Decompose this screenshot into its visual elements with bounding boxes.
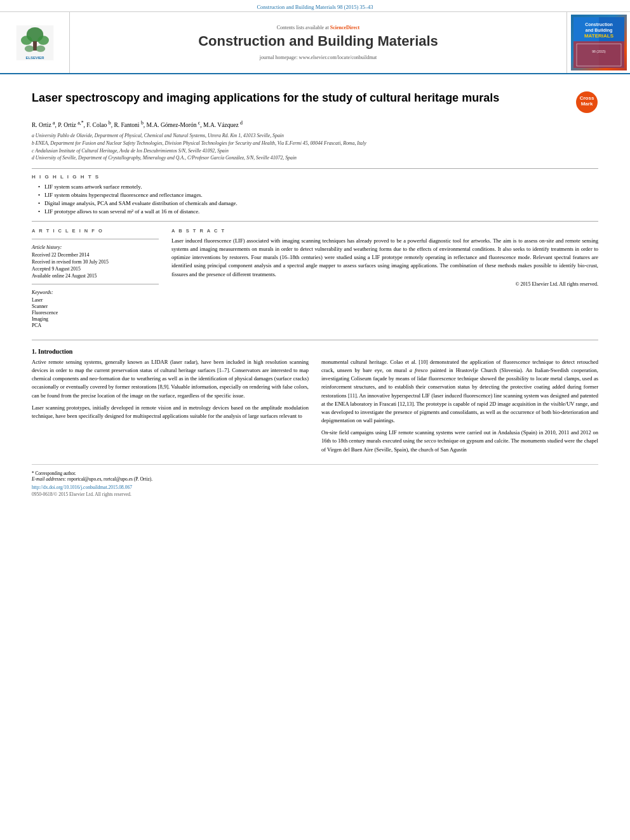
svg-point-3 — [37, 36, 49, 45]
svg-text:Construction: Construction — [585, 22, 613, 27]
elsevier-tree-icon: ELSEVIER — [16, 25, 54, 60]
revised-date: Received in revised form 30 July 2015 — [32, 259, 159, 265]
article-history-label: Article history: — [32, 244, 159, 250]
body-section: 1. Introduction Active remote sensing sy… — [32, 348, 598, 458]
divider-3 — [32, 239, 159, 239]
intro-para-2: Laser scanning prototypes, initially dev… — [32, 404, 309, 420]
highlights-section: H I G H L I G H T S LIF system scans art… — [32, 174, 598, 215]
email-values: roportcal@upo.es, rortcal@upo.es (P. Ort… — [67, 476, 152, 482]
article-info-section: A R T I C L E I N F O Article history: R… — [32, 228, 159, 328]
svg-text:MATERIALS: MATERIALS — [584, 33, 613, 39]
journal-top-bar: Construction and Building Materials 98 (… — [0, 0, 630, 12]
svg-text:Mark: Mark — [581, 101, 593, 107]
journal-header-center: Contents lists available at ScienceDirec… — [70, 12, 566, 73]
divider-5 — [32, 340, 598, 340]
abstract-section: A B S T R A C T Laser induced fluorescen… — [171, 228, 598, 287]
sciencedirect-label: Contents lists available at ScienceDirec… — [277, 25, 359, 30]
doi-link[interactable]: http://dx.doi.org/10.1016/j.conbuildmat.… — [32, 484, 598, 490]
keyword-3: Fluorescence — [32, 310, 159, 316]
highlights-label: H I G H L I G H T S — [32, 174, 598, 180]
highlight-item-3: Digital image analysis, PCA and SAM eval… — [38, 200, 598, 206]
journal-citation: Construction and Building Materials 98 (… — [257, 4, 373, 10]
divider-1 — [32, 168, 598, 169]
intro-title: 1. Introduction — [32, 348, 598, 355]
svg-point-5 — [24, 45, 34, 51]
svg-text:ELSEVIER: ELSEVIER — [25, 55, 44, 59]
journal-cover-box-section: Construction and Building MATERIALS 98 (… — [566, 12, 630, 73]
keyword-2: Scanner — [32, 303, 159, 309]
body-columns: Active remote sensing systems, generally… — [32, 358, 598, 458]
journal-header: ELSEVIER Contents lists available at Sci… — [0, 12, 630, 74]
journal-homepage: journal homepage: www.elsevier.com/locat… — [260, 55, 377, 60]
highlight-item-2: LIF system obtains hyperspectral fluores… — [38, 192, 598, 198]
article-info-title: A R T I C L E I N F O — [32, 228, 159, 234]
info-abstract-cols: A R T I C L E I N F O Article history: R… — [32, 228, 598, 335]
abstract-copyright: © 2015 Elsevier Ltd. All rights reserved… — [171, 281, 598, 287]
divider-4 — [32, 284, 159, 284]
email-label: E-mail addresses: — [32, 476, 66, 482]
highlights-list: LIF system scans artwork surface remotel… — [38, 183, 598, 215]
sciencedirect-link[interactable]: ScienceDirect — [330, 25, 360, 30]
svg-text:Cross: Cross — [580, 95, 594, 101]
footer-section: * Corresponding author. E-mail addresses… — [32, 464, 598, 497]
received-date: Received 22 December 2014 — [32, 252, 159, 258]
highlight-item-1: LIF system scans artwork surface remotel… — [38, 183, 598, 190]
svg-rect-13 — [573, 41, 624, 68]
elsevier-logo: ELSEVIER — [16, 25, 54, 60]
abstract-title: A B S T R A C T — [171, 228, 598, 234]
available-date: Available online 24 August 2015 — [32, 273, 159, 279]
main-content: Laser spectroscopy and imaging applicati… — [0, 74, 630, 505]
highlight-item-4: LIF prototype allows to scan several m² … — [38, 208, 598, 215]
body-col-right: monumental cultural heritage. Colao et a… — [321, 358, 598, 458]
affiliation-a: a University Pablo de Olavide, Departmen… — [32, 132, 598, 140]
authors-text: R. Ortiz a, P. Ortiz a,*, F. Colao b, R.… — [32, 122, 243, 128]
affiliation-d: d University of Seville, Department of C… — [32, 154, 598, 162]
corr-label: * Corresponding author. — [32, 471, 76, 476]
article-info-col: A R T I C L E I N F O Article history: R… — [32, 228, 159, 335]
intro-para-1: Active remote sensing systems, generally… — [32, 358, 309, 400]
divider-2 — [32, 221, 598, 222]
elsevier-logo-section: ELSEVIER — [0, 12, 70, 73]
abstract-text: Laser induced fluorescence (LIF) associa… — [171, 237, 598, 279]
affiliation-b: b ENEA, Department for Fusion and Nuclea… — [32, 140, 598, 147]
body-col-left: Active remote sensing systems, generally… — [32, 358, 309, 458]
keyword-1: Laser — [32, 297, 159, 303]
accepted-date: Accepted 9 August 2015 — [32, 266, 159, 272]
footer-copyright: 0950-0618/© 2015 Elsevier Ltd. All right… — [32, 491, 598, 497]
affiliation-c: c Andalusian Institute of Cultural Herit… — [32, 147, 598, 155]
article-title: Laser spectroscopy and imaging applicati… — [32, 91, 575, 105]
keyword-4: Imaging — [32, 316, 159, 322]
article-title-section: Laser spectroscopy and imaging applicati… — [32, 91, 598, 115]
email-note: E-mail addresses: roportcal@upo.es, rort… — [32, 476, 598, 482]
affiliations: a University Pablo de Olavide, Departmen… — [32, 132, 598, 162]
abstract-col: A B S T R A C T Laser induced fluorescen… — [171, 228, 598, 335]
page: Construction and Building Materials 98 (… — [0, 0, 630, 840]
authors-line: R. Ortiz a, P. Ortiz a,*, F. Colao b, R.… — [32, 120, 598, 128]
cover-image-icon: Construction and Building MATERIALS 98 (… — [573, 17, 624, 68]
svg-text:98 (2015): 98 (2015) — [592, 50, 606, 53]
svg-text:and Building: and Building — [585, 28, 612, 33]
svg-point-6 — [36, 45, 45, 51]
keywords-label: Keywords: — [32, 290, 159, 295]
intro-para-3: monumental cultural heritage. Colao et a… — [321, 358, 598, 425]
journal-title: Construction and Building Materials — [198, 33, 438, 50]
svg-point-2 — [21, 36, 32, 45]
keyword-5: PCA — [32, 323, 159, 328]
crossmark-badge[interactable]: Cross Mark — [575, 91, 598, 115]
crossmark-icon: Cross Mark — [575, 91, 598, 114]
intro-para-4: On-site field campaigns using LIF remote… — [321, 429, 598, 454]
journal-cover-image: Construction and Building MATERIALS 98 (… — [571, 15, 627, 70]
corresponding-author-note: * Corresponding author. — [32, 471, 598, 476]
